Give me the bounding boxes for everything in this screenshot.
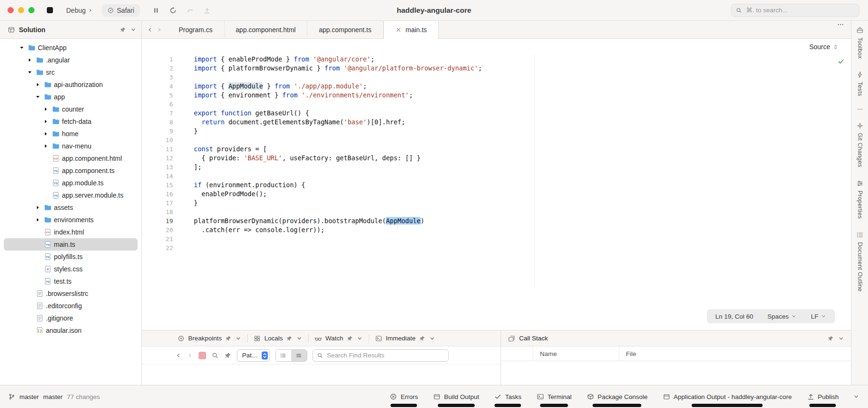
run-target-button[interactable]: Safari: [102, 4, 140, 17]
toolwindow-button-document-outline[interactable]: Document Outline: [856, 231, 864, 292]
code-line-7[interactable]: 7export function getBaseUrl() {: [142, 109, 832, 118]
line-number[interactable]: 2: [142, 64, 173, 73]
code-line-19[interactable]: 19platformBrowserDynamic(providers).boot…: [142, 217, 832, 226]
chevron-expanded-icon[interactable]: [34, 93, 42, 101]
inspections-ok-icon[interactable]: [837, 58, 845, 65]
find-results-search-field[interactable]: [312, 349, 449, 362]
code-line-15[interactable]: 15if (environment.production) {: [142, 181, 832, 190]
forward-icon[interactable]: [156, 26, 163, 33]
chevron-collapsed-icon[interactable]: [42, 142, 50, 150]
line-number[interactable]: 9: [142, 127, 173, 136]
line-number[interactable]: 21: [142, 234, 173, 243]
debugger-tab-locals[interactable]: Locals: [253, 335, 303, 342]
tab-main-ts[interactable]: main.ts: [383, 21, 439, 39]
search-input[interactable]: [745, 6, 855, 14]
debugger-tab-immediate[interactable]: Immediate: [375, 335, 435, 342]
line-ending-selector[interactable]: LF: [811, 313, 826, 320]
statusbar-button-tasks[interactable]: Tasks: [494, 385, 521, 408]
code-line-8[interactable]: 8 return document.getElementsByTagName('…: [142, 118, 832, 127]
toolwindow-button-git-changes[interactable]: Git Changes: [856, 122, 864, 167]
stop-recording-icon[interactable]: [199, 352, 206, 359]
back-icon[interactable]: [147, 26, 153, 33]
chevron-down-icon[interactable]: [356, 335, 363, 342]
chevron-expanded-icon[interactable]: [26, 69, 34, 76]
tree-item-environments[interactable]: environments: [4, 214, 138, 226]
back-icon[interactable]: [175, 352, 182, 359]
line-number[interactable]: 13: [142, 163, 173, 172]
code-line-17[interactable]: 17}: [142, 199, 832, 208]
pin-icon[interactable]: [347, 335, 353, 342]
more-options-icon[interactable]: [830, 21, 851, 28]
line-number[interactable]: 19: [142, 217, 173, 226]
pin-icon[interactable]: [419, 335, 425, 342]
tree-item-counter[interactable]: counter: [4, 103, 138, 115]
tree-item-fetch-data[interactable]: fetch-data: [4, 115, 138, 128]
tree-item-nav-menu[interactable]: nav-menu: [4, 140, 138, 152]
step-out-icon[interactable]: [203, 7, 211, 14]
statusbar-button-build-output[interactable]: Build Output: [433, 385, 479, 408]
tree-item-angular-json[interactable]: { }angular.json: [4, 324, 138, 333]
line-number[interactable]: 11: [142, 145, 173, 154]
chevron-collapsed-icon[interactable]: [34, 216, 42, 224]
chevron-down-icon[interactable]: [838, 335, 844, 342]
code-line-10[interactable]: 10: [142, 136, 832, 145]
line-number[interactable]: 14: [142, 172, 173, 181]
chevron-down-icon[interactable]: [429, 335, 435, 342]
toolwindow-button-properties[interactable]: Properties: [856, 180, 864, 219]
line-number[interactable]: 3: [142, 73, 173, 82]
tab-app-component-ts[interactable]: app.component.ts: [307, 21, 383, 38]
zoom-window-button[interactable]: [28, 7, 35, 13]
pin-icon[interactable]: [224, 352, 232, 359]
statusbar-button-terminal[interactable]: Terminal: [537, 385, 572, 408]
tree-item-api-authorization[interactable]: api-authorization: [4, 78, 138, 91]
code-line-3[interactable]: 3: [142, 73, 832, 82]
tree-item--gitignore[interactable]: .gitignore: [4, 312, 138, 324]
line-number[interactable]: 18: [142, 208, 173, 217]
list-detail-view-button[interactable]: [276, 350, 291, 361]
chevron-collapsed-icon[interactable]: [26, 56, 34, 64]
find-results-search-input[interactable]: [326, 351, 444, 359]
tree-item--browserslistrc[interactable]: .browserslistrc: [4, 287, 138, 300]
pattern-dropdown[interactable]: Pat...: [237, 349, 270, 362]
code-line-21[interactable]: 21: [142, 234, 832, 243]
stop-icon[interactable]: [47, 7, 53, 13]
list-flat-view-button[interactable]: [291, 350, 307, 361]
tree-item-app-server-module-ts[interactable]: TSapp.server.module.ts: [4, 189, 138, 201]
chevron-expanded-icon[interactable]: [18, 44, 26, 52]
line-number[interactable]: 10: [142, 136, 173, 145]
tree-item-src[interactable]: src: [4, 66, 138, 78]
tree-item-home[interactable]: home: [4, 128, 138, 140]
restart-icon[interactable]: [169, 7, 177, 14]
debug-config-button[interactable]: Debug: [66, 7, 93, 14]
line-number[interactable]: 6: [142, 100, 173, 109]
toolwindow-button-toolbox[interactable]: Toolbox: [856, 26, 864, 59]
code-line-9[interactable]: 9}: [142, 127, 832, 136]
call-stack-column-file[interactable]: File: [619, 347, 851, 361]
chevron-collapsed-icon[interactable]: [42, 130, 50, 138]
code-line-2[interactable]: 2import { platformBrowserDynamic } from …: [142, 64, 832, 73]
code-line-18[interactable]: 18: [142, 208, 832, 217]
tab-program-cs[interactable]: Program.cs: [167, 21, 225, 38]
statusbar-button-application-output-haddley-angular-core[interactable]: Application Output - haddley-angular-cor…: [663, 385, 792, 408]
tree-item-styles-css[interactable]: #styles.css: [4, 263, 138, 275]
tree-item-polyfills-ts[interactable]: TSpolyfills.ts: [4, 251, 138, 263]
pin-icon[interactable]: [225, 335, 232, 342]
line-number[interactable]: 4: [142, 82, 173, 91]
code-line-11[interactable]: 11const providers = [: [142, 145, 832, 154]
pause-icon[interactable]: [152, 7, 160, 14]
code-line-12[interactable]: 12 { provide: 'BASE_URL', useFactory: ge…: [142, 154, 832, 163]
vcs-widget[interactable]: master master 77 changes: [9, 393, 100, 400]
statusbar-button-publish[interactable]: Publish: [807, 385, 839, 408]
line-number[interactable]: 12: [142, 154, 173, 163]
indent-selector[interactable]: Spaces: [767, 313, 797, 320]
debugger-tab-watch[interactable]: Watch: [314, 335, 363, 342]
line-number[interactable]: 15: [142, 181, 173, 190]
line-number[interactable]: 8: [142, 118, 173, 127]
tree-item--angular[interactable]: .angular: [4, 54, 138, 66]
code-line-6[interactable]: 6: [142, 100, 832, 109]
tab-app-component-html[interactable]: app.component.html: [225, 21, 308, 38]
line-number[interactable]: 7: [142, 109, 173, 118]
code-line-5[interactable]: 5import { environment } from './environm…: [142, 91, 832, 100]
close-window-button[interactable]: [8, 7, 14, 13]
tree-item-test-ts[interactable]: TStest.ts: [4, 275, 138, 287]
